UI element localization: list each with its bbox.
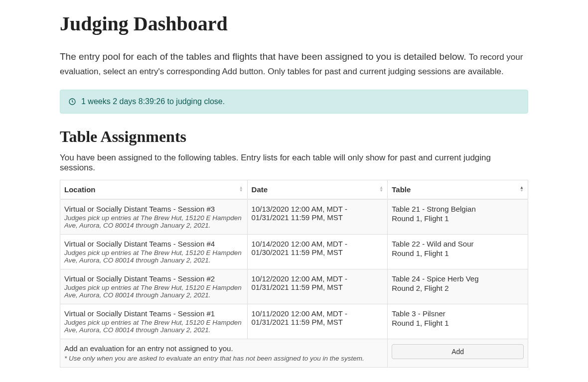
- assignments-table: Location ▲▼ Date ▲▼ Table ▲▼: [60, 180, 528, 368]
- intro-primary: The entry pool for each of the tables an…: [60, 51, 466, 62]
- table-name: Table 24 - Spice Herb Veg: [392, 274, 524, 283]
- footer-text: Add an evaluation for an entry not assig…: [64, 344, 383, 353]
- footer-note: * Use only when you are asked to evaluat…: [64, 355, 383, 362]
- countdown-alert: 1 weeks 2 days 8:39:26 to judging close.: [60, 90, 528, 114]
- table-name: Table 3 - Pilsner: [392, 309, 524, 318]
- table-row: Virtual or Socially Distant Teams - Sess…: [60, 199, 528, 235]
- location-subtext: Judges pick up entries at The Brew Hut, …: [64, 284, 243, 299]
- round-flight: Round 1, Flight 1: [392, 319, 524, 327]
- date-cell: 10/13/2020 12:00 AM, MDT - 01/31/2021 11…: [247, 199, 388, 235]
- location-subtext: Judges pick up entries at The Brew Hut, …: [64, 319, 243, 334]
- sort-icon: ▲▼: [379, 186, 383, 192]
- intro-text: The entry pool for each of the tables an…: [60, 49, 528, 79]
- date-cell: 10/14/2020 12:00 AM, MDT - 01/30/2021 11…: [247, 234, 388, 269]
- location-subtext: Judges pick up entries at The Brew Hut, …: [64, 214, 243, 229]
- table-name: Table 21 - Strong Belgian: [392, 205, 524, 213]
- assignments-subtext: You have been assigned to the following …: [60, 153, 528, 173]
- location-title: Virtual or Socially Distant Teams - Sess…: [64, 309, 243, 318]
- location-subtext: Judges pick up entries at The Brew Hut, …: [64, 249, 243, 264]
- round-flight: Round 1, Flight 1: [392, 214, 524, 223]
- location-title: Virtual or Socially Distant Teams - Sess…: [64, 274, 243, 283]
- table-row: Virtual or Socially Distant Teams - Sess…: [60, 304, 528, 339]
- col-header-location[interactable]: Location ▲▼: [60, 180, 248, 199]
- table-row: Virtual or Socially Distant Teams - Sess…: [60, 269, 528, 304]
- round-flight: Round 1, Flight 1: [392, 249, 524, 257]
- location-title: Virtual or Socially Distant Teams - Sess…: [64, 240, 243, 248]
- page-title: Judging Dashboard: [60, 12, 528, 35]
- table-footer-row: Add an evaluation for an entry not assig…: [60, 339, 528, 367]
- add-unassigned-button[interactable]: Add: [392, 344, 524, 359]
- date-cell: 10/12/2020 12:00 AM, MDT - 01/31/2021 11…: [247, 269, 388, 304]
- table-name: Table 22 - Wild and Sour: [392, 240, 524, 248]
- col-header-table[interactable]: Table ▲▼: [388, 180, 528, 199]
- table-row: Virtual or Socially Distant Teams - Sess…: [60, 234, 528, 269]
- assignments-heading: Table Assignments: [60, 127, 528, 146]
- table-header-row: Location ▲▼ Date ▲▼ Table ▲▼: [60, 180, 528, 199]
- round-flight: Round 2, Flight 2: [392, 284, 524, 292]
- countdown-text: 1 weeks 2 days 8:39:26 to judging close.: [81, 97, 225, 106]
- sort-icon: ▲▼: [239, 186, 243, 192]
- sort-icon: ▲▼: [520, 186, 524, 192]
- location-title: Virtual or Socially Distant Teams - Sess…: [64, 205, 243, 213]
- col-header-date[interactable]: Date ▲▼: [247, 180, 388, 199]
- clock-icon: [68, 98, 76, 106]
- date-cell: 10/11/2020 12:00 AM, MDT - 01/31/2021 11…: [247, 304, 388, 339]
